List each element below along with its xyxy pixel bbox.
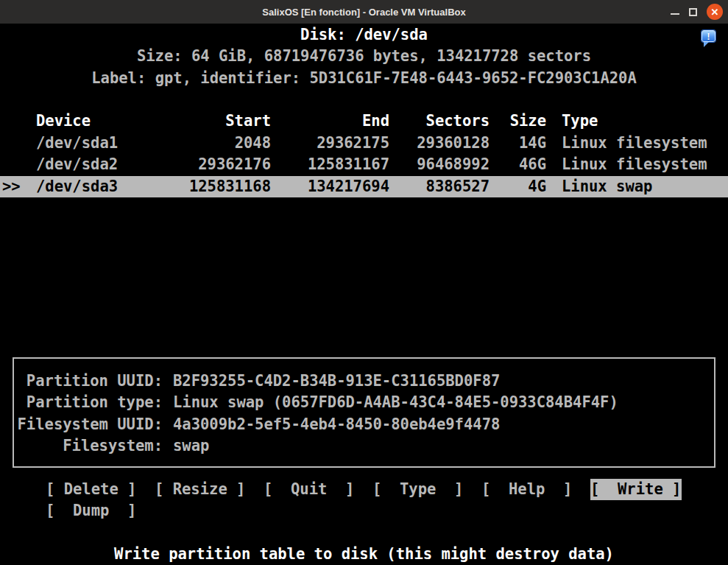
cell-type: Linux filesystem — [546, 154, 728, 175]
disk-title: Disk: /dev/sda — [0, 24, 728, 46]
column-header-device: Device — [36, 110, 184, 132]
info-value: Linux swap (0657FD6D-A4AB-43C4-84E5-0933… — [173, 392, 714, 413]
window-title: SalixOS [En fonction] - Oracle VM Virtua… — [262, 7, 465, 18]
info-line: Partition UUID: B2F93255-C4D2-B34B-913E-… — [14, 371, 714, 392]
column-header-type: Type — [546, 110, 728, 132]
cell-sectors: 8386527 — [389, 176, 490, 197]
cell-end: 29362175 — [271, 133, 389, 154]
info-line: Filesystem UUID: 4a3009b2-5ef5-4eb4-8450… — [14, 414, 714, 435]
table-row[interactable]: /dev/sda2 29362176 125831167 96468992 46… — [0, 154, 728, 175]
disk-label-line: Label: gpt, identifier: 5D31C61F-7E48-64… — [0, 68, 728, 89]
menu-button-write[interactable]: [ Write ] — [590, 479, 682, 500]
window-controls: ✕ — [671, 0, 723, 24]
table-row-selected[interactable]: >> /dev/sda3 125831168 134217694 8386527… — [0, 176, 728, 197]
column-header-start: Start — [184, 110, 271, 132]
maximize-icon[interactable] — [689, 8, 697, 16]
cfdisk-terminal: ! Disk: /dev/sda Size: 64 GiB, 687194767… — [0, 24, 728, 565]
cell-end: 125831167 — [271, 154, 389, 175]
menu-button-resize[interactable]: [ Resize ] — [155, 479, 246, 500]
info-label: Filesystem: — [14, 435, 163, 457]
info-line: Filesystem: swap — [14, 435, 714, 457]
titlebar[interactable]: SalixOS [En fonction] - Oracle VM Virtua… — [0, 0, 728, 24]
cell-device: /dev/sda2 — [36, 154, 184, 175]
cell-sectors: 29360128 — [389, 133, 490, 154]
status-line: Write partition table to disk (this migh… — [0, 544, 728, 565]
menu-button-help[interactable]: [ Help ] — [481, 479, 573, 500]
cell-type: Linux filesystem — [546, 133, 728, 154]
column-header-size: Size — [490, 110, 546, 132]
cell-start: 125831168 — [184, 176, 271, 197]
virtualbox-window: SalixOS [En fonction] - Oracle VM Virtua… — [0, 0, 728, 565]
info-value: 4a3009b2-5ef5-4eb4-8450-80eb4e9f4478 — [173, 414, 714, 435]
close-icon[interactable]: ✕ — [707, 4, 723, 20]
menu-button-dump[interactable]: [ Dump ] — [46, 500, 137, 522]
cell-end: 134217694 — [271, 176, 389, 197]
cell-start: 29362176 — [184, 154, 271, 175]
cell-device: /dev/sda1 — [36, 133, 184, 154]
table-header: Device Start End Sectors Size Type — [0, 110, 728, 132]
info-label: Partition type: — [14, 392, 163, 413]
cell-size: 4G — [490, 176, 546, 197]
cell-sectors: 96468992 — [389, 154, 490, 175]
cell-size: 14G — [490, 133, 546, 154]
info-value: swap — [173, 435, 714, 457]
cell-device: /dev/sda3 — [36, 176, 184, 197]
column-header-end: End — [271, 110, 389, 132]
info-label: Filesystem UUID: — [14, 414, 163, 435]
cell-size: 46G — [490, 154, 546, 175]
info-label: Partition UUID: — [14, 371, 163, 392]
minimize-icon[interactable] — [671, 13, 679, 15]
selection-cursor: >> — [2, 176, 21, 197]
cell-start: 2048 — [184, 133, 271, 154]
partition-info-box: Partition UUID: B2F93255-C4D2-B34B-913E-… — [13, 357, 715, 468]
menu-button-quit[interactable]: [ Quit ] — [264, 479, 355, 500]
cell-type: Linux swap — [546, 176, 728, 197]
menu-button-type[interactable]: [ Type ] — [372, 479, 464, 500]
disk-size-line: Size: 64 GiB, 68719476736 bytes, 1342177… — [0, 46, 728, 67]
info-value: B2F93255-C4D2-B34B-913E-C31165BD0F87 — [173, 371, 714, 392]
column-header-sectors: Sectors — [389, 110, 490, 132]
table-row[interactable]: /dev/sda1 2048 29362175 29360128 14G Lin… — [0, 133, 728, 154]
info-line: Partition type: Linux swap (0657FD6D-A4A… — [14, 392, 714, 413]
menu-button-delete[interactable]: [ Delete ] — [46, 479, 137, 500]
